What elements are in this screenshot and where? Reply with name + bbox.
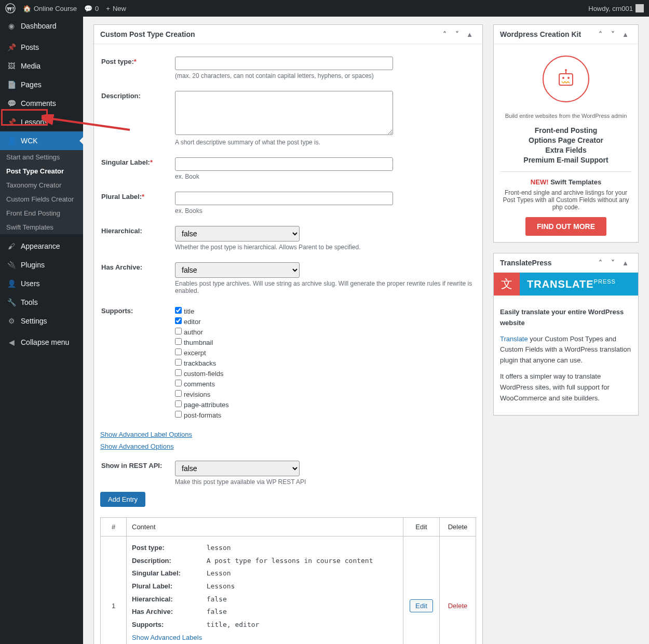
sidebar-item-wck[interactable]: 👤WCK [0,131,83,150]
caret-up-icon[interactable]: ▴ [624,30,632,38]
supports-editor-checkbox[interactable] [175,317,182,324]
post-type-input[interactable] [175,57,393,70]
wck-tagline: Build entire websites from the WordPress… [500,113,632,119]
submenu-custom-fields[interactable]: Custom Fields Creator [0,192,83,206]
tp-headline: Easily translate your entire WordPress w… [500,308,624,327]
description-hint: A short descriptive summary of what the … [175,139,475,146]
supports-comments-checkbox[interactable] [175,380,182,386]
chevron-down-icon[interactable]: ˅ [611,259,619,267]
box-header[interactable]: Custom Post Type Creation ˄ ˅ ▴ [94,25,482,44]
entry-link[interactable]: Show Advanced Labels [132,634,202,641]
submenu-taxonomy[interactable]: Taxonomy Creator [0,178,83,192]
add-entry-button[interactable]: Add Entry [100,492,145,507]
plural-input[interactable] [175,192,393,205]
comment-icon: 💬 [84,5,92,12]
supports-thumbnail-checkbox[interactable] [175,338,182,345]
chevron-down-icon[interactable]: ˅ [611,30,619,38]
supports-page-attributes-checkbox[interactable] [175,400,182,407]
new-link[interactable]: +New [106,5,126,12]
rest-select[interactable]: false [175,461,300,476]
robot-icon [543,56,589,102]
user-icon: 👤 [6,136,17,146]
translate-link[interactable]: Translate [500,335,528,343]
edit-button[interactable]: Edit [410,599,433,612]
settings-icon: ⚙ [6,316,17,326]
wck-title: Wordpress Creation Kit [500,30,581,38]
admin-toolbar: 🏠Online Course 💬0 +New Howdy, crn001 [0,0,649,17]
tp-title: TranslatePress [500,259,552,267]
sidebar-item-appearance[interactable]: 🖌Appearance [0,237,83,256]
supports-trackbacks-checkbox[interactable] [175,359,182,366]
post-type-hint: (max. 20 characters, can not contain cap… [175,72,475,79]
supports-thumbnail[interactable]: thumbnail [175,337,475,347]
submenu-front-end[interactable]: Front End Posting [0,206,83,220]
supports-title[interactable]: title [175,306,475,316]
supports-editor[interactable]: editor [175,316,475,327]
comments-link[interactable]: 💬0 [84,5,99,12]
account-link[interactable]: Howdy, crn001 [588,4,644,12]
sidebar-item-tools[interactable]: 🔧Tools [0,293,83,312]
sidebar-item-dashboard[interactable]: ◉Dashboard [0,17,83,35]
supports-page-attributes[interactable]: page-attributes [175,399,475,410]
sidebar-item-media[interactable]: 🖼Media [0,57,83,75]
chevron-down-icon[interactable]: ˅ [455,30,464,38]
supports-title-checkbox[interactable] [175,307,182,314]
wck-header[interactable]: Wordpress Creation Kit ˄˅▴ [494,25,638,44]
sidebar-item-settings[interactable]: ⚙Settings [0,312,83,330]
chevron-up-icon[interactable]: ˄ [599,30,607,38]
sidebar-item-lessons[interactable]: 📌Lessons [0,113,83,131]
pin-icon: 📌 [6,117,17,127]
tp-banner-text: TRANSLATE [527,278,594,290]
show-adv-labels-link[interactable]: Show Advanced Label Options [100,431,476,438]
supports-label: Supports: [101,301,174,425]
submenu-post-type-creator[interactable]: Post Type Creator [0,164,83,178]
tp-banner[interactable]: 文 TRANSLATEPRESS [494,273,638,296]
description-label: Description: [101,86,174,151]
hierarchical-select[interactable]: false [175,226,300,242]
supports-excerpt-checkbox[interactable] [175,348,182,355]
tp-header[interactable]: TranslatePress ˄˅▴ [494,253,638,273]
supports-trackbacks[interactable]: trackbacks [175,358,475,368]
sidebar-item-plugins[interactable]: 🔌Plugins [0,256,83,274]
sidebar-collapse[interactable]: ◀Collapse menu [0,333,83,352]
row-num: 1 [101,536,127,645]
archive-select[interactable]: false [175,262,300,278]
caret-up-icon[interactable]: ▴ [624,259,632,267]
supports-author[interactable]: author [175,327,475,337]
submenu-start[interactable]: Start and Settings [0,150,83,164]
supports-custom-fields-checkbox[interactable] [175,369,182,376]
translate-icon: 文 [494,273,520,296]
wp-logo[interactable] [5,3,16,14]
wck-feat-3: Premium E-mail Support [500,156,632,164]
description-textarea[interactable] [175,91,393,135]
site-link[interactable]: 🏠Online Course [23,5,77,12]
supports-revisions[interactable]: revisions [175,389,475,399]
supports-post-formats-checkbox[interactable] [175,411,182,418]
supports-comments[interactable]: comments [175,379,475,389]
sidebar-item-pages[interactable]: 📄Pages [0,75,83,94]
singular-input[interactable] [175,157,393,171]
media-icon: 🖼 [6,61,17,71]
wck-feat-2: Extra Fields [500,146,632,154]
delete-button[interactable]: Delete [448,602,468,610]
supports-revisions-checkbox[interactable] [175,390,182,397]
sidebar-item-comments[interactable]: 💬Comments [0,94,83,113]
chevron-up-icon[interactable]: ˄ [599,259,607,267]
supports-author-checkbox[interactable] [175,328,182,334]
supports-excerpt[interactable]: excerpt [175,347,475,358]
chevron-up-icon[interactable]: ˄ [443,30,451,38]
admin-sidebar: ◉Dashboard 📌Posts 🖼Media 📄Pages 💬Comment… [0,17,83,644]
plural-label: Plural Label: [101,193,142,200]
translatepress-box: TranslatePress ˄˅▴ 文 TRANSLATEPRESS Easi… [493,253,639,415]
find-out-more-button[interactable]: FIND OUT MORE [525,217,606,236]
supports-custom-fields[interactable]: custom-fields [175,368,475,379]
sidebar-item-users[interactable]: 👤Users [0,274,83,293]
sidebar-item-posts[interactable]: 📌Posts [0,38,83,57]
tp-p2: It offers a simpler way to translate Wor… [500,371,632,404]
page-icon: 📄 [6,79,17,90]
show-adv-options-link[interactable]: Show Advanced Options [100,442,476,450]
submenu-swift[interactable]: Swift Templates [0,220,83,234]
wck-swift: Swift Templates [550,178,601,186]
supports-post-formats[interactable]: post-formats [175,410,475,420]
caret-up-icon[interactable]: ▴ [468,30,476,38]
